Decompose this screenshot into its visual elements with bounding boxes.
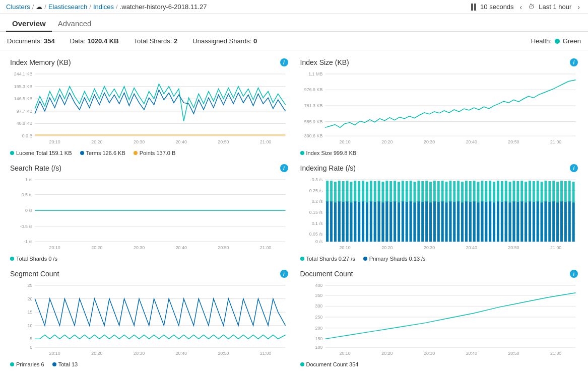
svg-text:20:20: 20:20 [381, 139, 393, 144]
health-dot [555, 39, 560, 44]
svg-rect-71 [326, 201, 329, 242]
total-shards-value: 2 [174, 37, 177, 45]
index-size-panel: Index Size (KB) i 1.1 MB 976.6 KB 781.3 … [294, 54, 584, 160]
svg-text:20:40: 20:40 [466, 245, 477, 250]
svg-text:100: 100 [315, 345, 322, 350]
svg-text:20:50: 20:50 [218, 351, 229, 356]
svg-text:20: 20 [27, 296, 32, 301]
svg-text:21:00: 21:00 [260, 139, 271, 144]
svg-rect-133 [449, 201, 451, 242]
svg-text:48.8 KB: 48.8 KB [17, 121, 33, 126]
clock-icon: ⏱ [528, 3, 535, 11]
tab-overview[interactable]: Overview [6, 15, 52, 32]
index-memory-info[interactable]: i [280, 58, 288, 66]
search-rate-panel: Search Rate (/s) i 1 /s 0.5 /s 0 /s -0.5… [4, 160, 294, 266]
search-rate-info[interactable]: i [280, 164, 288, 172]
svg-rect-153 [489, 201, 491, 242]
search-rate-chart: 1 /s 0.5 /s 0 /s -0.5 /s -1 /s 20:10 20:… [10, 174, 288, 254]
svg-text:20:10: 20:10 [49, 245, 60, 250]
svg-text:20:10: 20:10 [339, 245, 350, 250]
svg-text:150: 150 [315, 336, 322, 341]
svg-rect-105 [394, 201, 396, 242]
svg-rect-81 [346, 201, 348, 242]
svg-text:20:50: 20:50 [508, 351, 519, 356]
svg-rect-115 [413, 202, 416, 242]
breadcrumb-sep2: / [44, 3, 46, 11]
svg-text:585.9 KB: 585.9 KB [304, 119, 322, 124]
svg-text:1.1 MB: 1.1 MB [308, 71, 322, 76]
svg-rect-149 [481, 201, 483, 242]
svg-rect-141 [465, 201, 467, 242]
svg-text:976.6 KB: 976.6 KB [304, 87, 322, 92]
search-rate-title: Search Rate (/s) i [10, 164, 288, 172]
svg-text:20:10: 20:10 [339, 351, 350, 356]
indexing-rate-info[interactable]: i [570, 164, 578, 172]
document-count-info[interactable]: i [570, 270, 578, 278]
svg-rect-163 [508, 202, 511, 242]
total-shards-stat: Total Shards: 2 [134, 37, 178, 45]
svg-rect-193 [568, 201, 570, 242]
document-count-chart: 400 350 300 250 200 150 100 20:10 20:20 … [300, 280, 578, 359]
svg-rect-111 [405, 202, 408, 242]
segment-count-chart: 25 20 15 10 5 0 20:10 20:20 20:30 20:40 … [10, 280, 288, 359]
svg-rect-155 [493, 202, 495, 242]
tab-advanced[interactable]: Advanced [52, 15, 98, 32]
svg-text:0: 0 [30, 345, 32, 350]
svg-text:20:20: 20:20 [91, 245, 102, 250]
svg-rect-165 [512, 201, 515, 242]
svg-rect-145 [473, 201, 475, 242]
svg-text:20:40: 20:40 [466, 351, 477, 356]
svg-rect-83 [350, 202, 352, 242]
prev-interval-button[interactable]: ‹ [518, 3, 525, 11]
pause-button[interactable] [471, 4, 476, 11]
svg-text:20:30: 20:30 [134, 351, 145, 356]
indexing-rate-legend: Total Shards 0.27 /s Primary Shards 0.13… [300, 256, 578, 262]
svg-rect-117 [417, 201, 420, 242]
index-size-info[interactable]: i [570, 58, 578, 66]
svg-rect-175 [532, 202, 535, 242]
svg-rect-167 [516, 202, 519, 242]
svg-rect-185 [552, 201, 555, 242]
next-interval-button[interactable]: › [575, 3, 582, 11]
health-group: Health: Green [531, 37, 581, 45]
svg-rect-87 [358, 202, 360, 242]
document-count-title: Document Count i [300, 270, 578, 278]
svg-text:300: 300 [315, 303, 322, 309]
svg-rect-85 [354, 201, 356, 242]
index-memory-legend: Lucene Total 159.1 KB Terms 126.6 KB Poi… [10, 150, 288, 156]
svg-rect-129 [441, 201, 443, 242]
svg-text:20:30: 20:30 [423, 245, 434, 250]
svg-text:20:30: 20:30 [134, 139, 145, 144]
indexing-rate-title: Indexing Rate (/s) i [300, 164, 578, 172]
svg-text:15: 15 [27, 310, 32, 315]
breadcrumb: Clusters / ☁ / Elasticsearch / Indices /… [6, 3, 207, 11]
svg-text:0.05 /s: 0.05 /s [309, 232, 322, 237]
svg-rect-151 [485, 202, 487, 242]
svg-text:250: 250 [315, 315, 322, 320]
legend-lucene-total: Lucene Total 159.1 KB [10, 150, 72, 156]
segment-count-info[interactable]: i [280, 270, 288, 278]
svg-text:-1 /s: -1 /s [24, 239, 33, 244]
svg-text:400: 400 [315, 283, 322, 288]
svg-rect-113 [409, 201, 412, 242]
document-count-panel: Document Count i 400 350 300 250 200 150… [294, 266, 584, 371]
legend-primaries: Primaries 6 [10, 361, 44, 367]
svg-text:20:30: 20:30 [134, 245, 145, 250]
svg-rect-109 [401, 201, 404, 242]
index-size-title: Index Size (KB) i [300, 58, 578, 66]
breadcrumb-indices[interactable]: Indices [93, 3, 114, 11]
svg-rect-187 [556, 202, 559, 242]
svg-text:20:20: 20:20 [381, 245, 393, 250]
health-label: Health: [531, 37, 552, 45]
svg-rect-143 [469, 202, 471, 242]
svg-text:20:50: 20:50 [508, 245, 519, 250]
svg-text:350: 350 [315, 293, 322, 298]
svg-text:200: 200 [315, 326, 322, 331]
svg-text:21:00: 21:00 [260, 351, 271, 356]
svg-text:20:10: 20:10 [49, 351, 60, 356]
svg-rect-147 [477, 202, 479, 242]
charts-grid: Index Memory (KB) i 244.1 KB 195.3 KB 14… [0, 50, 588, 375]
breadcrumb-elasticsearch[interactable]: Elasticsearch [48, 3, 87, 11]
breadcrumb-clusters[interactable]: Clusters [6, 3, 30, 11]
svg-text:20:50: 20:50 [508, 139, 519, 144]
